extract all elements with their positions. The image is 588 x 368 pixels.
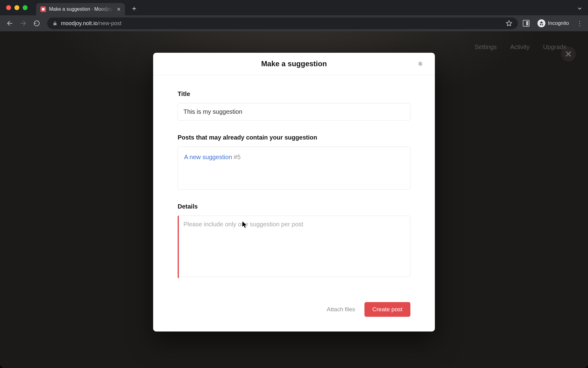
close-modal-button[interactable] [561,47,576,61]
title-section: Title [178,90,410,121]
forward-button[interactable] [18,18,29,29]
window-minimize-dot[interactable] [14,5,19,10]
browser-menu-icon[interactable]: ⋮ [575,20,584,27]
tab-title: Make a suggestion · Moodjoy F [49,6,114,12]
details-section: Details [178,203,410,278]
title-label: Title [178,90,410,98]
gear-icon[interactable] [417,61,423,67]
similar-posts-label: Posts that may already contain your sugg… [178,134,410,141]
modal-body: Title Posts that may already contain you… [153,75,435,299]
title-input[interactable] [178,103,410,121]
browser-chrome: Make a suggestion · Moodjoy F ✕ + moodjo… [0,0,588,31]
toolbar-right: Incognito ⋮ [523,18,584,29]
bookmark-star-icon[interactable] [506,20,512,27]
incognito-label: Incognito [548,20,569,26]
details-textarea[interactable] [178,216,410,277]
incognito-indicator[interactable]: Incognito [534,18,572,29]
similar-post-link[interactable]: A new suggestion [184,154,232,160]
url-text: moodjoy.nolt.io/new-post [61,20,122,27]
modal-footer: Attach files Create post [153,299,435,332]
new-tab-button[interactable]: + [129,3,140,14]
similar-posts-section: Posts that may already contain your sugg… [178,134,410,190]
attach-files-button[interactable]: Attach files [327,306,355,313]
modal-title: Make a suggestion [153,59,435,68]
similar-posts-box: A new suggestion #5 [178,147,410,190]
browser-tab[interactable]: Make a suggestion · Moodjoy F ✕ [36,3,125,15]
url-host: moodjoy.nolt.io [61,20,98,26]
incognito-icon [537,19,545,27]
close-tab-icon[interactable]: ✕ [117,6,121,12]
address-bar[interactable]: moodjoy.nolt.io/new-post [47,17,518,29]
details-label: Details [178,203,410,210]
window-controls [6,5,28,10]
window-fullscreen-dot[interactable] [23,5,28,10]
modal-header: Make a suggestion [153,53,435,75]
nav-activity[interactable]: Activity [510,44,530,51]
create-post-button[interactable]: Create post [364,302,410,317]
nav-settings[interactable]: Settings [475,44,497,51]
tab-list-chevron-icon[interactable] [577,6,582,11]
list-item: A new suggestion #5 [184,154,404,161]
details-wrap [178,216,410,278]
tab-strip: Make a suggestion · Moodjoy F ✕ + [0,0,588,15]
reload-button[interactable] [31,18,42,29]
svg-marker-3 [506,21,512,26]
background-nav: Settings Activity Upgrade [475,44,567,51]
back-button[interactable] [4,18,15,29]
window-close-dot[interactable] [6,5,11,10]
page-backdrop: Settings Activity Upgrade Make a suggest… [0,31,588,368]
page-viewport: Settings Activity Upgrade Make a suggest… [0,31,588,368]
side-panel-icon[interactable] [523,20,530,27]
browser-toolbar: moodjoy.nolt.io/new-post Incognito ⋮ [0,15,588,31]
favicon-icon [40,6,46,12]
url-path: /new-post [98,20,122,26]
similar-post-number: #5 [234,154,240,160]
lock-icon [53,21,57,26]
suggestion-modal: Make a suggestion Title Posts that may a… [153,53,435,332]
svg-rect-0 [42,8,44,10]
